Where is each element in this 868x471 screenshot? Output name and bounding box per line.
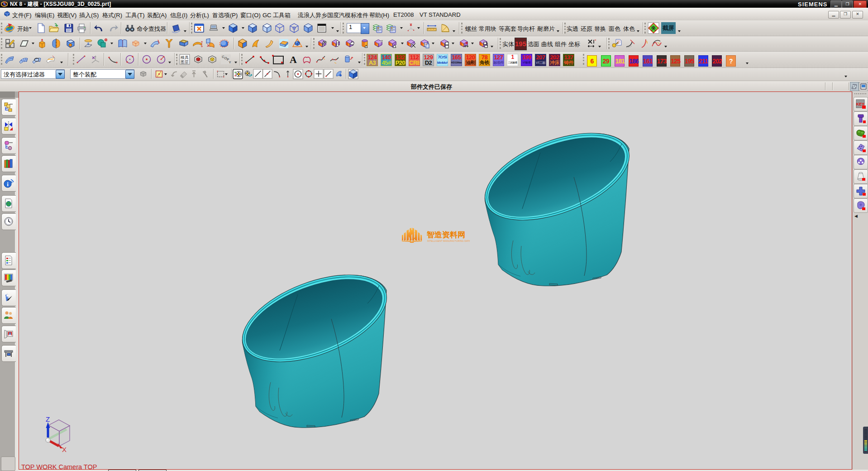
svg-text:图层: 图层 [181, 60, 189, 64]
svg-text:Z: Z [46, 415, 50, 423]
svg-text:Y: Y [229, 60, 231, 64]
svg-text:INTELLIGENT MANUFACTURING DATA: INTELLIGENT MANUFACTURING DATA [427, 240, 470, 242]
svg-text:i: i [7, 181, 9, 187]
svg-text:模具: 模具 [180, 55, 189, 60]
svg-text:智造资料网: 智造资料网 [426, 231, 465, 239]
svg-text:A: A [290, 54, 297, 65]
svg-text:夹: 夹 [651, 25, 657, 31]
svg-text:X: X [62, 446, 67, 453]
